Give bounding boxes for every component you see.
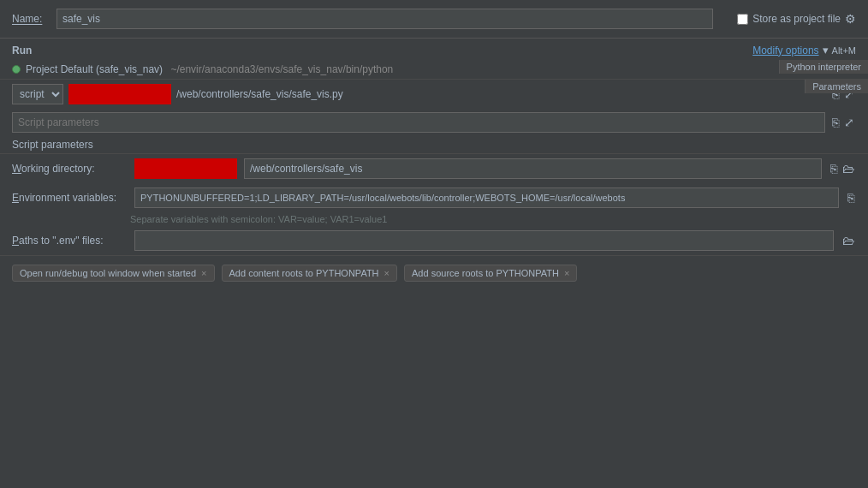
- run-label: Run: [12, 45, 32, 57]
- params-expand-icon[interactable]: ⤢: [842, 114, 856, 131]
- name-label: Name:: [12, 13, 50, 25]
- interpreter-select-row: Project Default (safe_vis_nav) ~/envir/a…: [12, 63, 856, 75]
- paths-env-label: Paths to ".env" files:: [12, 235, 128, 247]
- tag-content-roots-close[interactable]: ×: [384, 268, 389, 278]
- modify-options: Modify options ▾ Alt+M: [752, 44, 856, 57]
- script-params-label: Script parameters: [12, 139, 93, 151]
- name-row: Name: Store as project file ⚙: [0, 0, 868, 39]
- tag-open-run-debug: Open run/debug tool window when started …: [12, 265, 215, 282]
- script-params-input-row: ⎘ ⤢: [0, 109, 868, 136]
- script-row: script /web/controllers/safe_vis/safe_vi…: [0, 80, 868, 109]
- working-dir-folder-icon[interactable]: 🗁: [841, 160, 856, 177]
- working-dir-label: Working directory:: [12, 163, 128, 175]
- script-path-text: /web/controllers/safe_vis/safe_vis.py: [176, 88, 825, 100]
- modify-options-link[interactable]: Modify options: [752, 45, 818, 57]
- run-config-dialog: Name: Store as project file ⚙ Run Modify…: [0, 0, 868, 488]
- working-dir-icons: ⎘ 🗁: [829, 160, 856, 177]
- shortcut-badge: Alt+M: [832, 45, 856, 56]
- store-project-checkbox[interactable]: [737, 14, 748, 25]
- redacted-script-prefix: [68, 84, 171, 104]
- working-dir-copy-icon[interactable]: ⎘: [829, 160, 839, 177]
- interpreter-row: Project Default (safe_vis_nav) ~/envir/a…: [0, 60, 868, 80]
- working-dir-input[interactable]: [244, 158, 822, 179]
- env-hint-text: Separate variables with semicolon: VAR=v…: [0, 212, 868, 226]
- script-type-select[interactable]: script: [12, 84, 63, 104]
- script-params-label-row: Script parameters: [0, 136, 868, 153]
- green-status-dot: [12, 65, 21, 74]
- chevron-down-icon: ▾: [823, 44, 829, 57]
- store-project-label: Store as project file: [752, 13, 841, 25]
- name-input[interactable]: [56, 9, 713, 29]
- env-vars-edit-icon[interactable]: ⎘: [846, 189, 856, 206]
- tag-content-roots: Add content roots to PYTHONPATH ×: [222, 265, 398, 282]
- interpreter-text: Project Default (safe_vis_nav) ~/envir/a…: [26, 63, 846, 75]
- tag-open-run-debug-close[interactable]: ×: [201, 268, 206, 278]
- script-params-input[interactable]: [12, 112, 825, 133]
- python-interpreter-badge: Python interpreter: [779, 60, 868, 74]
- tag-source-roots-label: Add source roots to PYTHONPATH: [412, 268, 559, 278]
- env-vars-row: Environment variables: ⎘: [0, 183, 868, 212]
- paths-env-row: Paths to ".env" files: 🗁: [0, 226, 868, 255]
- tag-open-run-debug-label: Open run/debug tool window when started: [20, 268, 196, 278]
- gear-icon[interactable]: ⚙: [845, 12, 856, 26]
- tag-content-roots-label: Add content roots to PYTHONPATH: [229, 268, 379, 278]
- parameters-badge: Parameters: [805, 80, 868, 93]
- env-vars-input[interactable]: [134, 187, 839, 208]
- tag-source-roots-close[interactable]: ×: [564, 268, 569, 278]
- env-vars-label: Environment variables:: [12, 192, 128, 204]
- store-project-row: Store as project file ⚙: [737, 12, 856, 26]
- working-dir-row: Working directory: ⎘ 🗁: [0, 154, 868, 183]
- paths-env-folder-icon[interactable]: 🗁: [841, 232, 856, 249]
- run-section-header: Run Modify options ▾ Alt+M: [0, 39, 868, 60]
- tags-row: Open run/debug tool window when started …: [0, 256, 868, 290]
- bottom-spacer: [0, 290, 868, 488]
- params-row-icons: ⎘ ⤢: [830, 114, 856, 131]
- params-copy-icon[interactable]: ⎘: [830, 114, 841, 131]
- tag-source-roots: Add source roots to PYTHONPATH ×: [404, 265, 577, 282]
- paths-env-input[interactable]: [134, 230, 834, 251]
- redacted-working-dir-prefix: [134, 158, 237, 179]
